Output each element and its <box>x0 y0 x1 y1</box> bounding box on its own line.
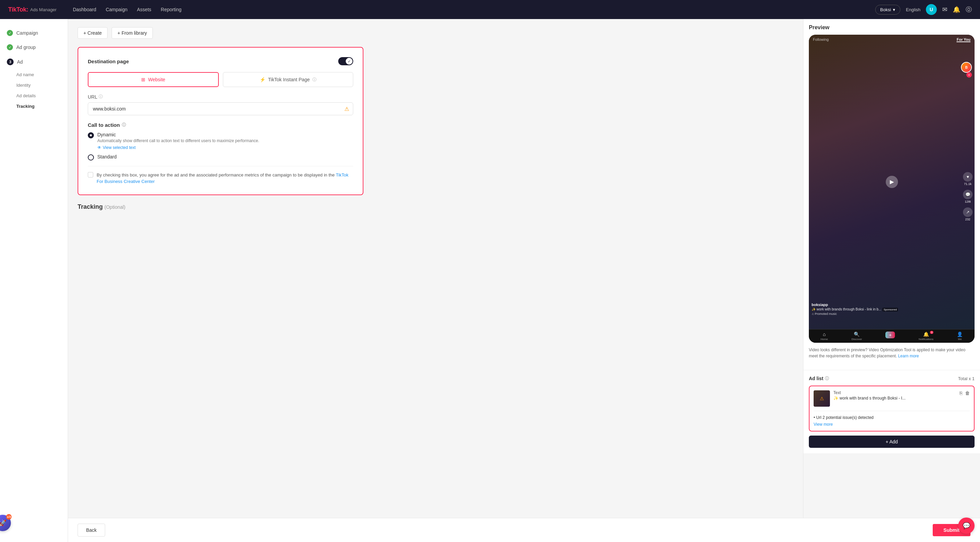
view-selected-text-link[interactable]: 👁 View selected text <box>97 145 259 150</box>
info-icon-cta[interactable]: ⓘ <box>122 122 126 128</box>
avatar[interactable]: U <box>926 4 937 15</box>
for-you-tab[interactable]: For You <box>956 37 970 42</box>
url-label: URL ⓘ <box>88 94 353 100</box>
ad-list-title: Ad list ⓘ <box>809 376 829 382</box>
video-note: Video looks different in preview? Video … <box>809 347 975 359</box>
instant-page-icon: ⚡ <box>259 77 266 82</box>
follow-plus-icon[interactable]: + <box>966 72 972 78</box>
tab-instant-page[interactable]: ⚡ TikTok Instant Page ⓘ <box>223 72 353 87</box>
chat-fab[interactable]: 💬 <box>958 518 975 534</box>
check-icon: ✓ <box>7 30 13 36</box>
info-icon-adlist[interactable]: ⓘ <box>825 376 829 382</box>
chevron-down-icon: ▾ <box>893 7 895 12</box>
learn-more-link[interactable]: Learn more <box>898 353 919 358</box>
logo: TikTok: <box>8 6 28 13</box>
following-tab[interactable]: Following <box>813 37 829 42</box>
play-button[interactable]: ▶ <box>886 176 898 188</box>
nav-discover[interactable]: 🔍 Discover <box>851 331 862 341</box>
phone-caption: ✨ work with brands through Boksi - link … <box>811 307 961 311</box>
sidebar-item-campaign[interactable]: ✓ Campaign <box>0 26 68 40</box>
home-icon: ⌂ <box>823 331 826 337</box>
action-share[interactable]: ↗ 232 <box>963 208 972 221</box>
divider <box>814 411 970 411</box>
nav-dashboard[interactable]: Dashboard <box>73 7 96 12</box>
sidebar-item-adgroup[interactable]: ✓ Ad group <box>0 40 68 54</box>
preview-panel: Preview Following For You B + ▶ <box>803 19 980 542</box>
action-comment[interactable]: 💬 128t <box>963 190 972 203</box>
language-selector[interactable]: English <box>906 7 920 12</box>
nav-assets[interactable]: Assets <box>137 7 151 12</box>
warning-icon: ⚠ <box>344 106 349 112</box>
nav-me[interactable]: 👤 Me <box>957 331 963 341</box>
ad-list-header: Ad list ⓘ Total x 1 <box>809 376 975 382</box>
checkbox-text-1: By checking this box, you agree for the … <box>97 173 336 177</box>
nav-campaign[interactable]: Campaign <box>106 7 127 12</box>
notifications-label: Notifications <box>919 338 934 341</box>
nav-notifications[interactable]: 🔔 9 Notifications <box>919 331 934 341</box>
view-more-link[interactable]: View more <box>814 422 833 427</box>
sidebar-item-identity[interactable]: Identity <box>0 80 68 90</box>
sidebar-item-adname[interactable]: Ad name <box>0 69 68 80</box>
sidebar-item-tracking[interactable]: Tracking <box>0 101 68 111</box>
back-button[interactable]: Back <box>78 524 105 537</box>
destination-page-card: Destination page ✓ ⊞ Website ⚡ TikTok In… <box>78 47 363 195</box>
phone-header: Following For You <box>809 35 975 45</box>
url-label-text: URL <box>88 94 97 100</box>
action-heart[interactable]: ♥ 71.1k <box>963 172 972 185</box>
sidebar-label-campaign: Campaign <box>16 30 38 36</box>
warning-thumb-icon: ⚠ <box>820 396 824 401</box>
add-ad-button[interactable]: + Add <box>809 436 975 448</box>
radio-standard-btn[interactable] <box>88 154 94 160</box>
phone-nav: ⌂ Home 🔍 Discover + 🔔 9 Notifications <box>809 329 975 343</box>
sidebar-item-addetails[interactable]: Ad details <box>0 90 68 101</box>
copy-icon[interactable]: ⎘ <box>959 390 962 407</box>
consent-checkbox[interactable] <box>88 172 93 177</box>
cta-label: Call to action ⓘ <box>88 122 353 128</box>
mail-icon[interactable]: ✉ <box>942 6 947 13</box>
radio-dynamic: Dynamic Automatically show different cal… <box>88 132 353 150</box>
tracking-label: Tracking <box>78 203 103 210</box>
toolbar: + Create + From library <box>78 27 794 39</box>
info-icon-url[interactable]: ⓘ <box>99 94 103 100</box>
card-header: Destination page ✓ <box>88 57 353 65</box>
bell-icon[interactable]: 🔔 <box>953 6 960 13</box>
tracking-title: Tracking (Optional) <box>78 203 363 211</box>
ad-issue-text: • Url 2 potential issue(s) detected <box>814 415 970 420</box>
sidebar-item-ad[interactable]: 3 Ad <box>0 54 68 69</box>
destination-toggle[interactable]: ✓ <box>338 57 353 65</box>
rocket-icon: 🚀 <box>0 519 6 527</box>
account-name: Boksi <box>880 7 891 12</box>
ad-list-panel: Ad list ⓘ Total x 1 ⚠ Text ✨ work with b… <box>803 370 980 453</box>
sidebar: ✓ Campaign ✓ Ad group 3 Ad Ad name Ident… <box>0 19 68 542</box>
delete-icon[interactable]: 🗑 <box>965 390 970 407</box>
instant-page-label: TikTok Instant Page <box>268 77 310 82</box>
nav-create[interactable]: + <box>885 331 895 341</box>
url-input[interactable] <box>88 102 353 115</box>
nav-home[interactable]: ⌂ Home <box>821 331 828 341</box>
heart-icon: ♥ <box>963 172 972 182</box>
create-button[interactable]: + Create <box>78 27 108 39</box>
tracking-section: Tracking (Optional) <box>78 203 363 211</box>
logo-colon: : <box>26 6 28 13</box>
tab-website[interactable]: ⊞ Website <box>88 72 219 87</box>
cta-label-text: Call to action <box>88 122 120 128</box>
account-selector[interactable]: Boksi ▾ <box>875 5 901 14</box>
from-library-button[interactable]: + From library <box>111 27 153 39</box>
ad-thumbnail: ⚠ <box>814 390 830 407</box>
info-icon-instant[interactable]: ⓘ <box>312 77 317 82</box>
ad-type: Text <box>833 390 956 395</box>
bell-icon-phone: 🔔 <box>923 331 929 337</box>
comment-icon: 💬 <box>963 190 972 199</box>
help-icon[interactable]: ⓪ <box>966 5 972 14</box>
website-icon: ⊞ <box>141 77 145 82</box>
create-icon: + <box>885 331 895 338</box>
sponsored-badge: Sponsored <box>882 308 898 311</box>
radio-dynamic-btn[interactable] <box>88 132 94 138</box>
nav-reporting[interactable]: Reporting <box>161 7 182 12</box>
phone-username: boksiapp <box>811 303 961 307</box>
optional-label: (Optional) <box>105 204 125 210</box>
nav-right: Boksi ▾ English U ✉ 🔔 ⓪ <box>875 4 972 15</box>
check-icon-2: ✓ <box>7 44 13 50</box>
website-label: Website <box>148 77 165 82</box>
step-number: 3 <box>7 59 14 65</box>
